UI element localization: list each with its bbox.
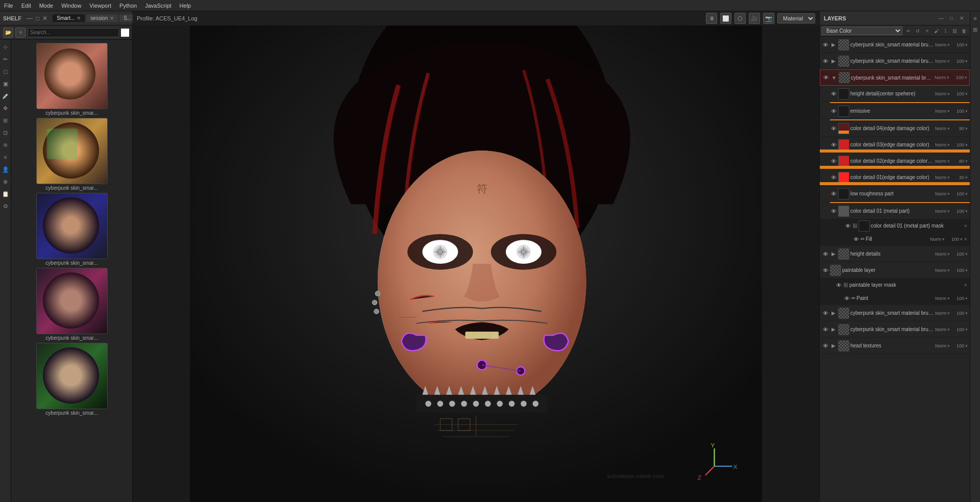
layer-mode-arrow-5[interactable]: ▾: [947, 109, 950, 114]
layer-mode-arrow-20[interactable]: ▾: [947, 343, 950, 348]
layer-eye-4[interactable]: 👁: [830, 90, 837, 97]
tool-eyedropper[interactable]: 💉: [1, 91, 11, 101]
layer-eye-mask-15[interactable]: 👁: [835, 282, 842, 289]
shelf-item-2[interactable]: cyberpunk skin_smar...: [14, 193, 129, 266]
layer-eye-8[interactable]: 👁: [830, 158, 837, 165]
shelf-tab-smart-close[interactable]: ✕: [77, 15, 81, 21]
shelf-item-3[interactable]: cyberpunk skin_smar...: [14, 268, 129, 341]
tool-layers[interactable]: ≡: [1, 152, 11, 162]
layer-mode-arrow-10[interactable]: ▾: [947, 191, 950, 196]
layers-maximize-btn[interactable]: □: [947, 14, 955, 22]
layer-opacity-arrow-1[interactable]: ▾: [965, 42, 968, 47]
layer-row-10[interactable]: 👁 low roughness part Norm ▾ 100 ▾: [820, 186, 970, 202]
layer-opacity-arrow-20[interactable]: ▾: [965, 343, 968, 348]
layer-row-11[interactable]: 👁 color detail 01 (metal part) Norm ▾ 10…: [820, 203, 970, 219]
layer-opacity-arrow-7[interactable]: ▾: [965, 142, 968, 147]
layer-close-mask-11[interactable]: ✕: [964, 223, 968, 229]
tool-clone[interactable]: ⊡: [1, 128, 11, 138]
shelf-minimize-icon[interactable]: —: [27, 15, 33, 22]
layer-folder-18[interactable]: ▶: [830, 310, 837, 317]
layer-row-14[interactable]: 👁 ▶ height details Norm ▾ 100 ▾: [820, 246, 970, 262]
layer-folder-2[interactable]: ▶: [830, 58, 837, 65]
layer-eye-fill-11[interactable]: 👁: [852, 236, 860, 243]
viewport-camera-btn[interactable]: 🎥: [749, 13, 760, 24]
layer-mode-arrow-6[interactable]: ▾: [947, 126, 950, 131]
menu-help[interactable]: Help: [180, 3, 191, 9]
menu-javascript[interactable]: JavaScript: [145, 3, 171, 9]
layer-row-1[interactable]: 👁 ▶ cyberpunk skin_smart material brush_…: [820, 37, 970, 53]
viewport-frame-btn[interactable]: ⬜: [720, 13, 731, 24]
layer-mode-arrow-18[interactable]: ▾: [947, 311, 950, 316]
tool-eraser[interactable]: ◻: [1, 66, 11, 77]
menu-mode[interactable]: Mode: [39, 3, 54, 9]
bc-cursor-btn[interactable]: ↗: [923, 27, 931, 35]
layer-opacity-arrow-3[interactable]: ▾: [965, 75, 967, 80]
layer-row-9[interactable]: 👁 color detail 01(edge damage color) Nor…: [820, 169, 970, 186]
layer-eye-19[interactable]: 👁: [822, 326, 829, 333]
base-color-select[interactable]: Base Color: [822, 27, 902, 35]
viewport-canvas[interactable]: 符: [133, 26, 819, 502]
bc-delete-btn[interactable]: 🗑: [960, 27, 968, 35]
tool-transform[interactable]: ⊞: [1, 115, 11, 126]
viewport-material-select[interactable]: Material: [777, 13, 815, 23]
layer-eye-3[interactable]: 👁: [822, 74, 829, 81]
bc-brush-btn[interactable]: ✏: [904, 27, 913, 35]
layer-row-5[interactable]: 👁 emissive Norm ▾ 100 ▾: [820, 103, 970, 119]
paint-opacity-arrow-15[interactable]: ▾: [965, 296, 968, 301]
menu-viewport[interactable]: Viewport: [89, 3, 111, 9]
layer-mode-arrow-7[interactable]: ▾: [947, 142, 950, 147]
layer-eye-1[interactable]: 👁: [822, 41, 829, 48]
layer-eye-10[interactable]: 👁: [830, 190, 837, 197]
shelf-filter-button[interactable]: ▿: [15, 28, 26, 38]
layer-folder-1[interactable]: ▶: [830, 41, 837, 48]
layer-row-fill-11[interactable]: 👁 ✏ Fill Norm ▾ 100 ▾ ✕: [820, 233, 970, 246]
fill-mode-arrow-11[interactable]: ▾: [942, 237, 945, 242]
layer-opacity-arrow-19[interactable]: ▾: [965, 327, 968, 332]
layer-mode-arrow-3[interactable]: ▾: [947, 75, 949, 80]
viewport-pause-btn[interactable]: ⏸: [706, 13, 717, 24]
menu-python[interactable]: Python: [119, 3, 137, 9]
layer-row-paint-15[interactable]: 👁 ✏ Paint Norm ▾ 100 ▾: [820, 292, 970, 305]
viewport-3d-btn[interactable]: ⬡: [734, 13, 746, 24]
tool-user[interactable]: 👤: [1, 164, 11, 174]
layer-eye-6[interactable]: 👁: [830, 125, 837, 132]
tool-smudge[interactable]: ≋: [1, 140, 11, 150]
layer-row-4[interactable]: 👁 height detail(center spehere) Norm ▾ 1…: [820, 86, 970, 102]
right-tool-1[interactable]: ≡: [970, 13, 981, 23]
layer-opacity-arrow-14[interactable]: ▾: [965, 252, 968, 257]
layer-opacity-arrow-18[interactable]: ▾: [965, 311, 968, 316]
layer-folder-19[interactable]: ▶: [830, 326, 837, 333]
layer-eye-15[interactable]: 👁: [822, 267, 829, 274]
viewport-photo-btn[interactable]: 📷: [763, 13, 774, 24]
menu-window[interactable]: Window: [61, 3, 81, 9]
shelf-open-button[interactable]: 📂: [3, 28, 13, 38]
paint-mode-arrow-15[interactable]: ▾: [947, 296, 950, 301]
shelf-close-icon[interactable]: ✕: [42, 15, 47, 22]
shelf-item-0[interactable]: cyberpunk skin_smar...: [14, 43, 129, 116]
layer-row-2[interactable]: 👁 ▶ cyberpunk skin_smart material brush_…: [820, 53, 970, 69]
shelf-expand-icon[interactable]: □: [36, 15, 39, 22]
layer-eye-2[interactable]: 👁: [822, 58, 829, 65]
layer-mode-arrow-8[interactable]: ▾: [947, 159, 950, 164]
layer-row-15[interactable]: 👁 paintable layer Norm ▾ 100 ▾: [820, 262, 970, 279]
menu-edit[interactable]: Edit: [21, 3, 31, 9]
shelf-tab-session-close[interactable]: ✕: [110, 15, 114, 21]
right-tool-2[interactable]: ⊞: [970, 24, 981, 35]
layer-folder-20[interactable]: ▶: [830, 342, 837, 349]
shelf-search-input[interactable]: [28, 28, 119, 37]
shelf-item-1[interactable]: cyberpunk skin_smar...: [14, 118, 129, 191]
fill-close-11[interactable]: ✕: [964, 237, 968, 242]
layer-eye-7[interactable]: 👁: [830, 141, 837, 148]
bc-paint-btn[interactable]: 🖌: [932, 27, 940, 35]
layer-mode-arrow-4[interactable]: ▾: [947, 91, 950, 96]
bc-chain-btn[interactable]: ⛓: [950, 27, 959, 35]
layer-opacity-arrow-2[interactable]: ▾: [965, 59, 968, 64]
layer-folder-3[interactable]: ▼: [830, 74, 838, 81]
tool-brush[interactable]: ✏: [1, 54, 11, 64]
layer-eye-5[interactable]: 👁: [830, 108, 837, 115]
layer-eye-paint-15[interactable]: 👁: [843, 295, 850, 302]
layer-eye-mask-11[interactable]: 👁: [844, 222, 851, 230]
layer-row-7[interactable]: 👁 color detail 03(edge damage color) Nor…: [820, 137, 970, 153]
layer-mode-arrow-11[interactable]: ▾: [947, 209, 950, 214]
tool-extra[interactable]: ⊕: [1, 177, 11, 187]
